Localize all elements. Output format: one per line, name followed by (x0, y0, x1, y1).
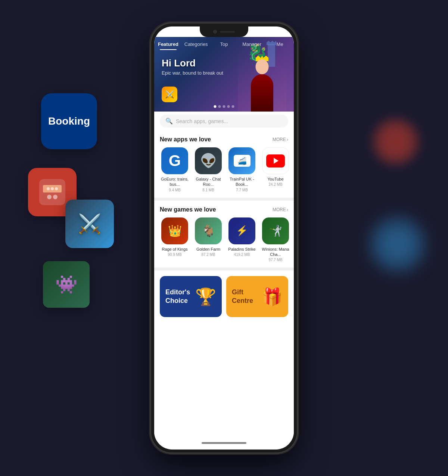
app-name-youtube: YouTube (267, 176, 283, 182)
g-letter: G (169, 152, 181, 170)
app-icon-golden: 🐐 (195, 217, 222, 244)
radio-knob-1 (47, 195, 52, 199)
notch-speaker (220, 31, 235, 33)
app-item-galaxy[interactable]: 👽 Galaxy - Chat Roo... 8.1 MB (193, 147, 223, 192)
youtube-play-button (266, 154, 285, 167)
tab-featured-label: Featured (158, 41, 178, 47)
hero-dot-4 (227, 105, 230, 108)
search-input-wrap[interactable]: 🔍 Search apps, games... (160, 115, 288, 128)
youtube-play-triangle (274, 158, 279, 164)
new-games-title: New games we love (160, 206, 216, 213)
app-name-galaxy: Galaxy - Chat Roo... (193, 176, 223, 187)
search-bar: 🔍 Search apps, games... (154, 112, 294, 131)
hero-banner: Featured Categories Top Manager Me (154, 37, 294, 112)
radio-btn-2 (51, 187, 54, 190)
queen-figure (243, 56, 281, 112)
radio-display (43, 185, 62, 192)
gift-centre-card[interactable]: GiftCentre 🎁 (226, 276, 288, 317)
phone-screen: Featured Categories Top Manager Me (154, 37, 294, 440)
hero-title: Hi Lord (162, 57, 223, 69)
phone-home-bar (202, 442, 246, 444)
new-apps-title: New apps we love (160, 136, 211, 143)
tab-top[interactable]: Top (210, 37, 238, 50)
new-games-section: New games we love MORE › 👑 Rage of K (154, 201, 294, 268)
phone-frame: Featured Categories Top Manager Me (151, 24, 297, 452)
floating-game1-icon: ⚔️ (65, 200, 114, 248)
app-size-winions: 97.7 MB (268, 258, 282, 262)
blob-blue-decoration (370, 216, 426, 272)
app-item-youtube[interactable]: YouTube 24.2 MB (261, 147, 290, 192)
radio-icon-inner (39, 179, 65, 205)
app-name-paladins: Paladins Strike (228, 247, 255, 252)
app-name-trainpal: TrainPal UK - Book... (227, 176, 257, 187)
hero-dot-5 (232, 105, 234, 108)
app-size-galaxy: 8.1 MB (202, 188, 214, 192)
app-item-golden[interactable]: 🐐 Golden Farm 87.2 MB (193, 217, 223, 262)
tab-top-label: Top (220, 41, 228, 47)
app-item-goeurail[interactable]: G GoEuro: trains, bus... 9.4 MB (160, 147, 190, 192)
gift-centre-gift-icon: 🎁 (262, 287, 283, 307)
new-apps-more-chevron: › (287, 137, 288, 142)
editors-choice-trophy-icon: 🏆 (195, 287, 216, 307)
hero-dot-3 (223, 105, 225, 108)
tab-categories-label: Categories (184, 41, 208, 47)
app-size-youtube: 24.2 MB (268, 182, 282, 187)
paladins-icon-emoji: ⚡ (236, 225, 248, 237)
gift-centre-label: GiftCentre (232, 288, 253, 306)
warrior-icon: ⚔️ (78, 213, 101, 235)
section-divider-1 (154, 198, 294, 201)
queen-head (256, 59, 269, 74)
new-games-more-button[interactable]: MORE › (273, 207, 288, 212)
alien-icon: 👾 (55, 274, 78, 295)
booking-label: Booking (48, 115, 90, 127)
new-games-row: 👑 Rage of Kings 90.9 MB 🐐 Golden Farm 87… (160, 217, 288, 262)
tab-me[interactable]: Me (266, 37, 294, 50)
radio-btn-3 (55, 187, 58, 190)
app-icon-paladins: ⚡ (228, 217, 255, 244)
editors-choice-card[interactable]: Editor'sChoice 🏆 (160, 276, 222, 317)
golden-icon-emoji: 🐐 (202, 224, 215, 237)
hero-subtitle: Epic war, bound to break out (162, 70, 223, 76)
app-icon-galaxy: 👽 (195, 147, 222, 174)
new-apps-section: New apps we love MORE › G GoEuro: tra (154, 131, 294, 198)
app-icon-goeurail: G (161, 147, 188, 174)
floating-booking-icon: Booking (41, 93, 97, 149)
tab-manager-label: Manager (242, 41, 261, 47)
app-name-winions: Winions: Mana Cha... (261, 247, 290, 257)
app-size-rage: 90.9 MB (168, 253, 181, 257)
new-apps-header: New apps we love MORE › (160, 136, 288, 143)
app-item-rage[interactable]: 👑 Rage of Kings 90.9 MB (160, 217, 190, 262)
new-apps-more-button[interactable]: MORE › (273, 137, 288, 142)
radio-knob-2 (53, 195, 57, 199)
new-apps-row: G GoEuro: trains, bus... 9.4 MB 👽 Galaxy… (160, 147, 288, 192)
search-icon: 🔍 (165, 118, 173, 125)
hero-text-area: Hi Lord Epic war, bound to break out (162, 57, 223, 76)
app-item-trainpal[interactable]: 🚄 TrainPal UK - Book... 7.7 MB (227, 147, 257, 192)
radio-btn-1 (47, 187, 50, 190)
app-icon-rage: 👑 (161, 217, 188, 244)
tab-featured[interactable]: Featured (154, 37, 182, 50)
app-size-golden: 87.2 MB (201, 253, 215, 257)
app-item-paladins[interactable]: ⚡ Paladins Strike 419.2 MB (227, 217, 257, 262)
tab-manager[interactable]: Manager (238, 37, 266, 50)
app-item-winions[interactable]: 🤺 Winions: Mana Cha... 97.7 MB (261, 217, 290, 262)
app-icon-youtube (262, 147, 289, 174)
new-games-more-label: MORE (273, 207, 286, 212)
tab-categories[interactable]: Categories (182, 37, 210, 50)
phone-notch (200, 26, 248, 37)
app-name-golden: Golden Farm (196, 247, 220, 252)
winions-icon-emoji: 🤺 (269, 225, 282, 237)
hero-carousel-dots (214, 105, 234, 108)
blob-red-decoration (373, 119, 418, 164)
queen-body (251, 74, 273, 112)
new-games-header: New games we love MORE › (160, 206, 288, 213)
train-icon: 🚄 (234, 155, 251, 167)
nav-tabs: Featured Categories Top Manager Me (154, 37, 294, 50)
radio-knobs (47, 195, 57, 199)
hero-dot-2 (218, 105, 221, 108)
section-divider-2 (154, 267, 294, 270)
app-size-goeurail: 9.4 MB (169, 188, 181, 192)
app-name-rage: Rage of Kings (162, 247, 187, 252)
app-size-trainpal: 7.7 MB (236, 188, 248, 192)
hero-dot-1 (214, 105, 217, 108)
